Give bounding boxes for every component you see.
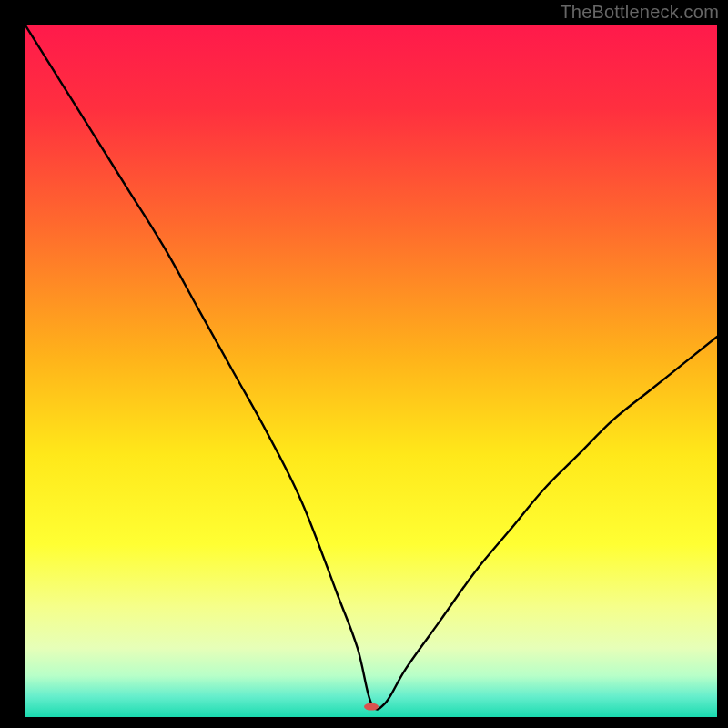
plot-area [25,25,717,717]
optimum-marker [364,703,379,711]
gradient-background [25,25,717,717]
chart-frame: TheBottleneck.com [0,0,728,728]
watermark-text: TheBottleneck.com [560,2,719,23]
chart-svg [25,25,717,717]
